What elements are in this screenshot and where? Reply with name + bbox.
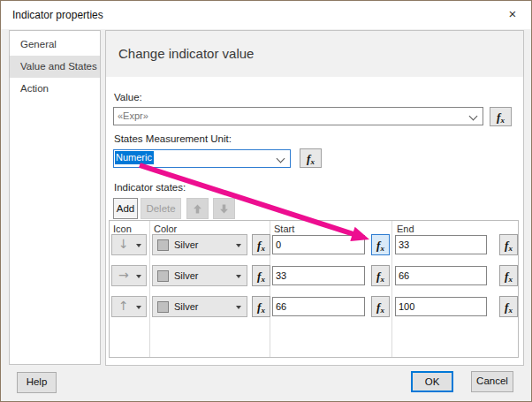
unit-dropdown-value: Numeric: [115, 151, 154, 164]
up-arrow-icon: ↑: [118, 299, 129, 313]
color-dropdown[interactable]: Silver: [152, 296, 247, 317]
unit-dropdown[interactable]: Numeric: [113, 149, 291, 168]
value-label: Value:: [114, 92, 142, 102]
color-swatch: [157, 270, 169, 282]
color-name: Silver: [174, 239, 199, 250]
caret-down-icon: [136, 244, 141, 247]
color-swatch: [157, 301, 169, 313]
chevron-down-icon: [277, 155, 285, 163]
color-dropdown[interactable]: Silver: [152, 234, 247, 255]
sidebar-item-action[interactable]: Action: [10, 78, 100, 100]
end-fx-button[interactable]: fx: [499, 234, 518, 255]
end-fx-button[interactable]: fx: [499, 296, 518, 317]
start-fx-button[interactable]: fx: [371, 296, 390, 317]
up-arrow-icon: [193, 204, 202, 214]
down-arrow-icon: ↓: [118, 237, 129, 251]
move-up-button[interactable]: [186, 198, 209, 219]
title-bar: Indicator properties ×: [1, 1, 531, 29]
sidebar-item-general[interactable]: General: [10, 34, 100, 56]
fx-icon-sub: x: [500, 116, 505, 125]
end-value-input[interactable]: 66: [395, 266, 487, 285]
unit-label: States Measurement Unit:: [114, 133, 232, 144]
color-fx-button[interactable]: fx: [252, 265, 270, 286]
icon-dropdown[interactable]: ↑: [111, 296, 147, 317]
dialog-title: Indicator properties: [12, 9, 103, 21]
add-button[interactable]: Add: [113, 198, 138, 219]
column-header-icon: Icon: [113, 224, 132, 234]
down-arrow-icon: [219, 204, 229, 214]
end-value-input[interactable]: 33: [395, 235, 487, 254]
start-fx-button-highlighted[interactable]: fx: [371, 234, 390, 255]
end-value-input[interactable]: 100: [395, 297, 487, 316]
column-header-color: Color: [154, 224, 177, 234]
color-swatch: [157, 239, 169, 251]
ok-button[interactable]: OK: [411, 371, 453, 392]
help-button[interactable]: Help: [17, 372, 57, 393]
close-icon[interactable]: ×: [505, 6, 521, 22]
table-row: ↓ Silver fx 0 fx 33 fx: [110, 234, 518, 255]
start-value-input[interactable]: 0: [272, 235, 365, 254]
fx-icon-sub: x: [380, 275, 384, 284]
fx-icon-sub: x: [508, 306, 513, 315]
cancel-button[interactable]: Cancel: [471, 371, 513, 392]
indicator-states-label: Indicator states:: [114, 182, 186, 193]
move-down-button[interactable]: [213, 198, 235, 219]
color-fx-button[interactable]: fx: [252, 296, 270, 317]
caret-down-icon: [236, 275, 241, 278]
fx-icon-sub: x: [310, 157, 315, 166]
color-name: Silver: [174, 301, 199, 312]
fx-icon-sub: x: [508, 275, 513, 284]
value-expression-fx-button[interactable]: fx: [490, 107, 512, 126]
main-panel: Change indicator value Value: «Expr» fx …: [105, 30, 524, 366]
fx-icon-sub: x: [380, 306, 384, 315]
chevron-down-icon: [469, 112, 478, 121]
delete-button[interactable]: Delete: [141, 198, 181, 219]
table-row: ↑ Silver fx 66 fx 100 fx: [110, 296, 518, 317]
start-fx-button[interactable]: fx: [371, 265, 390, 286]
icon-dropdown[interactable]: ↓: [111, 234, 147, 255]
color-name: Silver: [174, 270, 199, 281]
page-title: Change indicator value: [118, 46, 254, 61]
column-header-end: End: [397, 224, 414, 234]
fx-icon-sub: x: [261, 306, 265, 315]
table-row: → Silver fx 33 fx 66 fx: [110, 265, 518, 286]
caret-down-icon: [136, 306, 141, 309]
icon-dropdown[interactable]: →: [111, 265, 147, 286]
end-fx-button[interactable]: fx: [499, 265, 518, 286]
start-value-input[interactable]: 66: [272, 297, 365, 316]
fx-icon-sub: x: [261, 244, 265, 253]
sidebar-item-value-and-states[interactable]: Value and States: [10, 56, 100, 78]
indicator-properties-dialog: Indicator properties × General Value and…: [0, 0, 532, 402]
fx-icon-sub: x: [508, 244, 513, 253]
right-arrow-icon: →: [118, 268, 129, 282]
caret-down-icon: [136, 275, 141, 278]
color-dropdown[interactable]: Silver: [152, 265, 247, 286]
sidebar: General Value and States Action: [9, 30, 101, 365]
column-header-start: Start: [274, 224, 294, 234]
start-value-input[interactable]: 33: [272, 266, 365, 285]
fx-icon-sub: x: [261, 275, 265, 284]
caret-down-icon: [236, 306, 241, 309]
unit-expression-fx-button[interactable]: fx: [300, 148, 322, 168]
indicator-states-table: Icon Color Start End ↓ Silver fx 0: [109, 220, 519, 358]
value-dropdown[interactable]: «Expr»: [113, 107, 483, 125]
fx-icon-sub: x: [380, 244, 384, 253]
color-fx-button[interactable]: fx: [252, 234, 270, 255]
caret-down-icon: [236, 244, 241, 247]
value-dropdown-value: «Expr»: [118, 110, 148, 121]
